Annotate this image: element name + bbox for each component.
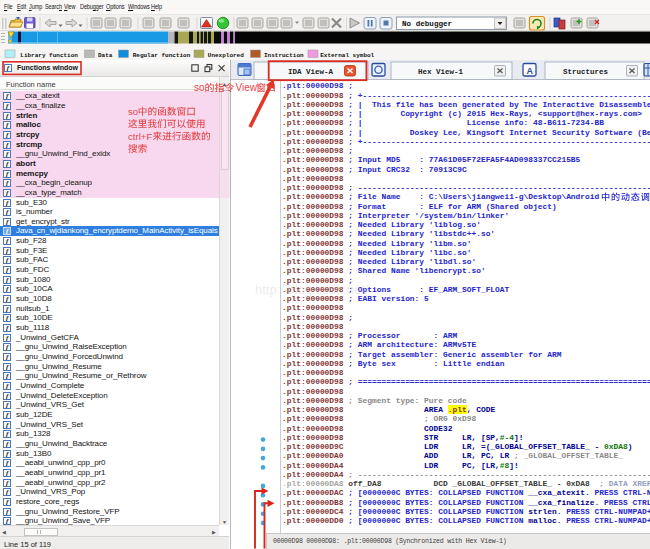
svg-text:so: so — [128, 106, 138, 117]
svg-text:◀: ◀ — [2, 529, 6, 535]
svg-text:▲: ▲ — [222, 81, 227, 87]
svg-text:http://blog.csdn.net/: http://blog.csdn.net/ — [255, 282, 369, 297]
svg-text:▶: ▶ — [212, 529, 216, 535]
svg-text:▼: ▼ — [222, 519, 227, 525]
svg-text:View: View — [236, 82, 258, 93]
svg-text:so: so — [194, 82, 205, 93]
svg-text:ctrl+F: ctrl+F — [128, 131, 152, 142]
